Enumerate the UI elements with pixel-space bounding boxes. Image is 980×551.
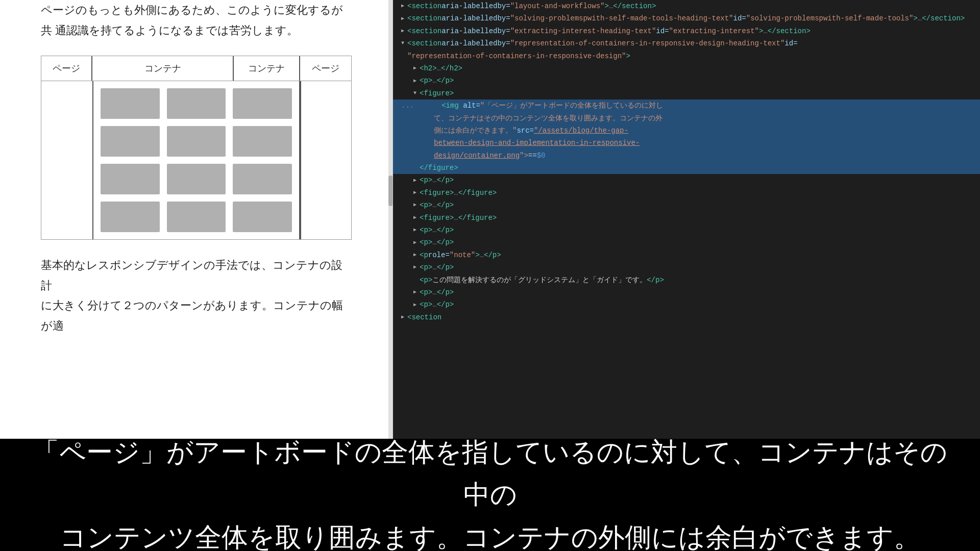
dom-line-1[interactable]: ▶ <section aria-labelledby="layout-and-w… <box>393 0 980 12</box>
triangle-icon-h2[interactable]: ▶ <box>413 64 420 72</box>
dom-line-h2[interactable]: ▶ <h2> … </h2> <box>393 62 980 74</box>
triangle-icon-figure[interactable]: ▼ <box>413 89 420 97</box>
grid-row-4 <box>101 202 292 232</box>
triangle-icon-figure3[interactable]: ▶ <box>413 214 420 222</box>
diagram-header: ページ コンテナ コンテナ ページ <box>41 56 351 81</box>
devtools-dom-tree: ▶ <section aria-labelledby="layout-and-w… <box>393 0 980 323</box>
page-side-left <box>41 81 92 239</box>
triangle-icon-2[interactable]: ▶ <box>401 15 407 23</box>
grid-cell-1-2 <box>167 88 226 119</box>
diagram-label-container-right: コンテナ <box>234 56 300 81</box>
article-top-text: ページのもっとも外側にあるため、このように変化するが共 通認識を持てるようになる… <box>0 0 393 51</box>
triangle-icon-p1[interactable]: ▶ <box>413 77 420 85</box>
triangle-icon-4[interactable]: ▼ <box>401 39 407 47</box>
triangle-icon-section-close[interactable]: ▶ <box>401 313 407 321</box>
dom-line-p3[interactable]: ▶ <p> … </p> <box>393 199 980 211</box>
article-panel: ページのもっとも外側にあるため、このように変化するが共 通認識を持てるようになる… <box>0 0 393 439</box>
dom-line-p1[interactable]: ▶ <p> … </p> <box>393 74 980 87</box>
triangle-icon-p7[interactable]: ▶ <box>413 288 420 296</box>
dom-line-p4[interactable]: ▶ <p> … </p> <box>393 224 980 236</box>
triangle-icon-3[interactable]: ▶ <box>401 27 407 35</box>
dom-line-4[interactable]: ▼ <section aria-labelledby="representati… <box>393 37 980 49</box>
diagram-label-page-right: ページ <box>300 56 351 81</box>
dom-line-p2[interactable]: ▶ <p> … </p> <box>393 174 980 186</box>
dom-line-figure3[interactable]: ▶ <figure> … </figure> <box>393 212 980 224</box>
dom-line-p5[interactable]: ▶ <p> … </p> <box>393 236 980 248</box>
dom-line-2[interactable]: ▶ <section aria-labelledby="solving-prob… <box>393 12 980 24</box>
triangle-icon-p6[interactable]: ▶ <box>413 263 420 271</box>
triangle-icon-p8[interactable]: ▶ <box>413 301 420 309</box>
dom-line-p6[interactable]: ▶ <p> … </p> <box>393 261 980 273</box>
container-inner <box>92 81 300 239</box>
dom-line-figure-open[interactable]: ▼ <figure> <box>393 87 980 99</box>
grid-cell-1-3 <box>233 88 292 119</box>
grid-cell-4-2 <box>167 202 226 232</box>
triangle-icon-p2[interactable]: ▶ <box>413 177 420 185</box>
triangle-icon-note[interactable]: ▶ <box>413 251 420 259</box>
triangle-icon-p5[interactable]: ▶ <box>413 239 420 247</box>
page-side-right <box>300 81 351 239</box>
dom-line-4b: "representation-of-containers-in-respons… <box>393 50 980 62</box>
diagram-label-container-left: コンテナ <box>92 56 234 81</box>
scroll-thumb[interactable] <box>388 176 393 206</box>
dom-line-figure-close[interactable]: </figure> <box>393 162 980 174</box>
dom-line-figure2[interactable]: ▶ <figure> … </figure> <box>393 187 980 199</box>
devtools-panel: ▶ <section aria-labelledby="layout-and-w… <box>393 0 980 439</box>
grid-cell-3-3 <box>233 164 292 194</box>
dom-line-3[interactable]: ▶ <section aria-labelledby="extracting-i… <box>393 25 980 37</box>
triangle-icon-figure2[interactable]: ▶ <box>413 189 420 197</box>
dom-line-img[interactable]: ... <img alt="「ページ」がアートボードの全体を指しているのに対し <box>393 99 980 112</box>
grid-cell-2-3 <box>233 126 292 157</box>
caption-text: 「ページ」がアートボードの全体を指しているのに対して、コンテナはその中の コンテ… <box>31 431 949 551</box>
dom-line-img-5: design/container.png "> == $0 <box>393 149 980 162</box>
diagram-container: ページ コンテナ コンテナ ページ <box>41 56 352 240</box>
dom-line-p8[interactable]: ▶ <p> … </p> <box>393 298 980 311</box>
grid-cell-2-1 <box>101 126 160 157</box>
grid-cell-4-1 <box>101 202 160 232</box>
triangle-icon-p3[interactable]: ▶ <box>413 201 420 209</box>
diagram-label-page-left: ページ <box>41 56 92 81</box>
dots-icon: ... <box>401 100 414 111</box>
triangle-icon-1[interactable]: ▶ <box>401 2 407 10</box>
article-bottom-text: 基本的なレスポンシブデザインの手法では、コンテナの設計に大きく分けて２つのパター… <box>0 255 393 336</box>
grid-row-1 <box>101 88 292 119</box>
grid-cell-3-2 <box>167 164 226 194</box>
grid-cell-2-2 <box>167 126 226 157</box>
grid-cell-3-1 <box>101 164 160 194</box>
diagram-body <box>41 81 351 239</box>
dom-line-grid-text: <p> この問題を解決するのが「グリッドシステム」と「ガイド」です。 </p> <box>393 274 980 286</box>
dom-line-p7[interactable]: ▶ <p> … </p> <box>393 286 980 298</box>
grid-row-2 <box>101 126 292 157</box>
dom-line-section-close[interactable]: ▶ <section <box>393 311 980 323</box>
grid-row-3 <box>101 164 292 194</box>
grid-cell-4-3 <box>233 202 292 232</box>
dom-line-img-3: 側には余白ができます。" src="/assets/blog/the-gap- <box>393 124 980 137</box>
dom-line-img-4: between-design-and-implementation-in-res… <box>393 137 980 149</box>
main-area: ページのもっとも外側にあるため、このように変化するが共 通認識を持てるようになる… <box>0 0 980 439</box>
dom-line-img-2: て、コンテナはその中のコンテンツ全体を取り囲みます。コンテナの外 <box>393 112 980 124</box>
grid-cell-1-1 <box>101 88 160 119</box>
triangle-icon-p4[interactable]: ▶ <box>413 226 420 234</box>
scroll-track[interactable] <box>388 0 393 439</box>
dom-line-p-note[interactable]: ▶ <p role="note" > … </p> <box>393 249 980 261</box>
caption-bar: 「ページ」がアートボードの全体を指しているのに対して、コンテナはその中の コンテ… <box>0 439 980 551</box>
